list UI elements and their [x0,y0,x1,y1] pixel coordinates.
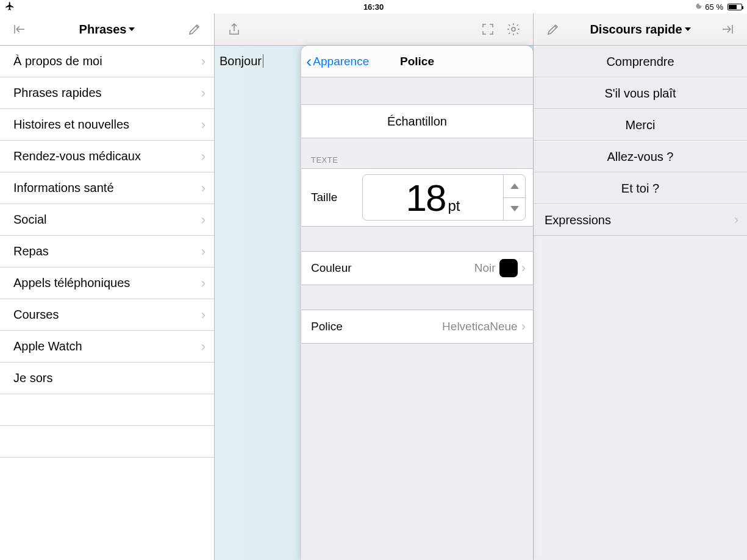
size-unit: pt [448,197,460,214]
list-item[interactable]: Social› [0,204,214,236]
chevron-right-icon: › [201,275,206,291]
chevron-right-icon: › [521,260,526,276]
chevron-right-icon: › [201,339,206,355]
edit-right-icon[interactable] [545,21,562,38]
list-item-empty [0,426,214,458]
collapse-right-icon[interactable] [719,21,736,38]
text-cursor [263,54,264,68]
size-label: Taille [311,191,362,204]
font-value: HelveticaNeue [442,320,518,333]
back-button[interactable]: ‹ Apparence [301,55,369,68]
list-item-empty [0,394,214,426]
list-item[interactable]: À propos de moi› [0,46,214,77]
sample-text: Échantillon [301,104,533,138]
size-value: 18 [406,176,446,219]
right-panel-title: Discours rapide [590,23,682,37]
triangle-down-icon [510,206,519,211]
list-item[interactable]: Appels téléphoniques› [0,268,214,299]
quick-phrase-item[interactable]: Merci [534,109,747,141]
size-decrement-button[interactable] [504,198,525,221]
color-label: Couleur [311,261,474,275]
list-item[interactable]: Courses› [0,299,214,331]
status-time: 16:30 [363,2,384,12]
chevron-right-icon: › [201,85,206,101]
compose-text: Bonjour [220,54,262,68]
fullscreen-icon[interactable] [479,21,496,38]
list-item[interactable]: Informations santé› [0,172,214,204]
color-value: Noir [474,261,496,275]
chevron-right-icon: › [201,180,206,196]
chevron-right-icon: › [201,307,206,323]
font-settings-popover: ‹ Apparence Police Échantillon TEXTE Tai… [301,46,533,560]
airplane-mode-icon [5,1,15,13]
collapse-left-icon[interactable] [11,21,28,38]
size-stepper: 18 pt [362,174,526,221]
chevron-right-icon: › [201,54,206,69]
chevron-right-icon: › [521,319,526,335]
discours-dropdown[interactable]: Discours rapide [590,23,690,37]
chevron-right-icon: › [734,212,738,228]
quick-phrase-item[interactable]: Comprendre [534,46,747,77]
edit-left-icon[interactable] [186,21,203,38]
color-row[interactable]: Couleur Noir › [301,251,533,285]
popover-title: Police [400,55,434,68]
list-item[interactable]: Je sors [0,363,214,394]
do-not-disturb-icon [695,2,702,12]
chevron-right-icon: › [201,117,206,133]
triangle-up-icon [510,183,519,189]
caret-down-icon [685,27,691,31]
chevron-right-icon: › [201,149,206,165]
quick-phrase-item[interactable]: Allez-vous ? [534,141,747,172]
section-header-texte: TEXTE [301,138,533,168]
right-panel: Comprendre S'il vous plaît Merci Allez-v… [534,46,747,560]
list-item[interactable]: Rendez-vous médicaux› [0,141,214,172]
list-item[interactable]: Histoires et nouvelles› [0,109,214,141]
font-label: Police [311,320,442,333]
chevron-right-icon: › [201,212,206,228]
list-item[interactable]: Repas› [0,236,214,268]
phrases-dropdown[interactable]: Phrases [79,23,135,37]
left-panel: À propos de moi› Phrases rapides› Histoi… [0,46,215,560]
quick-phrase-item[interactable]: Expressions› [534,204,747,236]
settings-gear-icon[interactable] [505,21,522,38]
left-panel-title: Phrases [79,23,127,37]
list-item[interactable]: Phrases rapides› [0,77,214,109]
quick-phrase-item[interactable]: S'il vous plaît [534,77,747,109]
font-size-row: Taille 18 pt [301,168,533,227]
battery-percent: 65 % [705,2,723,12]
compose-area[interactable]: Bonjour ‹ Apparence Police Échantillon T… [215,46,534,560]
status-bar: 16:30 65 % [0,0,747,13]
quick-phrase-item[interactable]: Et toi ? [534,172,747,204]
color-swatch [499,259,518,277]
toolbar: Phrases Discours rapide [0,13,747,46]
caret-down-icon [129,27,135,31]
font-row[interactable]: Police HelveticaNeue › [301,310,533,344]
svg-point-0 [512,27,515,31]
list-item[interactable]: Apple Watch› [0,331,214,363]
battery-icon [726,4,742,10]
chevron-right-icon: › [201,244,206,260]
back-label: Apparence [313,55,369,68]
share-icon[interactable] [226,21,243,38]
size-increment-button[interactable] [504,175,525,198]
